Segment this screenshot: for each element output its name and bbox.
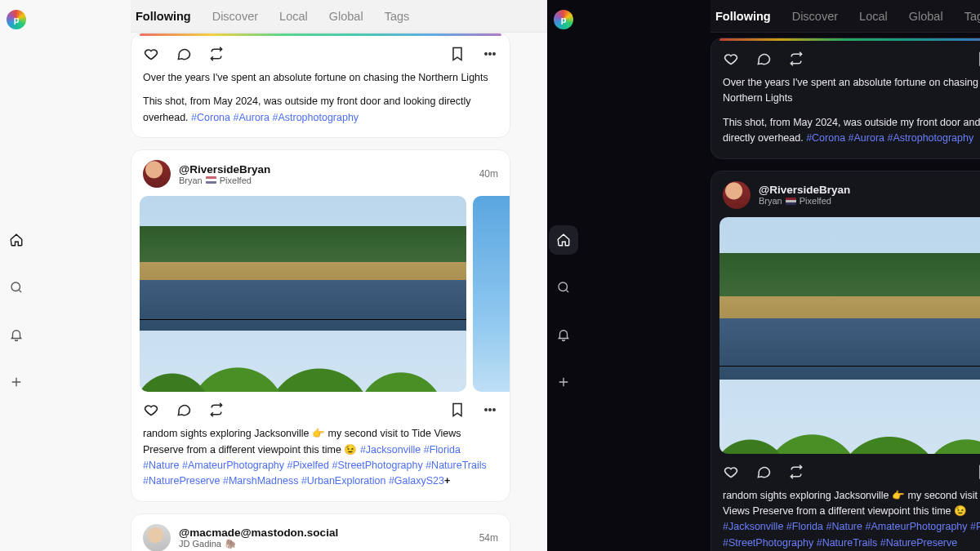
avatar[interactable] bbox=[143, 160, 171, 188]
post-aurora-card: Over the years I've spent an absolute fo… bbox=[710, 38, 980, 159]
hashtag[interactable]: #Nature bbox=[143, 460, 179, 471]
tab-local[interactable]: Local bbox=[859, 10, 888, 23]
hashtag[interactable]: #Florida bbox=[424, 444, 461, 455]
tab-discover[interactable]: Discover bbox=[212, 10, 258, 23]
home-icon bbox=[556, 233, 571, 247]
post-actions bbox=[131, 392, 510, 426]
avatar[interactable] bbox=[143, 524, 171, 551]
post-photo[interactable] bbox=[140, 196, 466, 392]
feed-tabs: Following Discover Local Global Tags bbox=[710, 0, 980, 33]
home-icon bbox=[9, 233, 24, 247]
tab-following[interactable]: Following bbox=[136, 10, 191, 23]
hashtag[interactable]: #NaturePreserve bbox=[880, 537, 958, 549]
post-caption: Over the years I've spent an absolute fo… bbox=[711, 75, 980, 158]
hashtag[interactable]: #Nature bbox=[826, 521, 862, 532]
tab-tags[interactable]: Tags bbox=[385, 10, 410, 23]
hashtag[interactable]: #Corona bbox=[806, 132, 845, 144]
like-icon[interactable] bbox=[143, 402, 159, 418]
hashtag[interactable]: #StreetPhotography bbox=[723, 537, 813, 549]
tab-discover[interactable]: Discover bbox=[792, 10, 838, 23]
nav-compose[interactable] bbox=[2, 367, 31, 397]
tab-tags[interactable]: Tags bbox=[964, 10, 980, 23]
hashtag[interactable]: #NatureTrails bbox=[425, 460, 487, 471]
hashtag[interactable]: #AmateurPhotography bbox=[865, 521, 967, 532]
bell-icon bbox=[9, 327, 24, 342]
feed-tabs: Following Discover Local Global Tags bbox=[131, 0, 547, 33]
hashtag[interactable]: #MarshMadness bbox=[223, 475, 298, 487]
app-logo[interactable]: p bbox=[554, 10, 573, 29]
comment-icon[interactable] bbox=[176, 46, 192, 62]
nav-home[interactable] bbox=[549, 225, 578, 255]
light-theme-pane: p Following Discover Local Global Tags bbox=[0, 0, 547, 551]
more-icon[interactable] bbox=[482, 402, 498, 418]
hashtag[interactable]: #Aurora bbox=[234, 112, 270, 123]
hashtag[interactable]: #Corona bbox=[191, 112, 230, 123]
hashtag[interactable]: #NatureTrails bbox=[817, 537, 878, 549]
hashtag[interactable]: #StreetPhotography bbox=[332, 460, 422, 471]
hashtag[interactable]: #Florida bbox=[786, 521, 823, 532]
search-icon bbox=[556, 280, 571, 295]
avatar[interactable] bbox=[723, 181, 751, 209]
like-icon[interactable] bbox=[723, 51, 739, 67]
comment-icon[interactable] bbox=[755, 464, 772, 480]
post-handle[interactable]: @macmade@mastodon.social bbox=[179, 527, 338, 539]
tab-local[interactable]: Local bbox=[279, 10, 308, 23]
comment-icon[interactable] bbox=[755, 51, 772, 67]
nav-compose[interactable] bbox=[549, 367, 578, 397]
hashtag[interactable]: #Astrophotography bbox=[888, 132, 974, 144]
nav-home[interactable] bbox=[2, 225, 31, 255]
svg-point-0 bbox=[11, 282, 20, 291]
post-photo-next[interactable] bbox=[473, 196, 510, 392]
timestamp: 54m bbox=[479, 532, 498, 544]
caption-line: Over the years I've spent an absolute fo… bbox=[723, 75, 980, 107]
post-header: @RiversideBryan Bryan Pixelfed 40m bbox=[131, 150, 510, 196]
repost-icon[interactable] bbox=[788, 51, 804, 67]
post-caption: Over the years I've spent an absolute fo… bbox=[131, 70, 510, 137]
bookmark-icon[interactable] bbox=[449, 46, 466, 62]
hashtag[interactable]: #Jacksonville bbox=[360, 444, 421, 455]
sidebar-nav bbox=[549, 225, 578, 397]
hashtag[interactable]: #Pixelfed bbox=[287, 460, 329, 471]
nav-search[interactable] bbox=[549, 273, 578, 302]
nav-search[interactable] bbox=[2, 273, 31, 302]
hashtag[interactable]: #Pixelfed bbox=[970, 521, 980, 532]
search-icon bbox=[9, 280, 24, 295]
bookmark-icon[interactable] bbox=[976, 51, 980, 67]
post-aurora-card: Over the years I've spent an absolute fo… bbox=[131, 33, 510, 138]
hashtag[interactable]: #UrbanExploration bbox=[301, 475, 386, 487]
hashtag-more[interactable]: + bbox=[444, 475, 450, 487]
hashtag[interactable]: #AmateurPhotography bbox=[182, 460, 284, 471]
repost-icon[interactable] bbox=[208, 46, 225, 62]
hashtag[interactable]: #Aurora bbox=[849, 132, 884, 144]
comment-icon[interactable] bbox=[176, 402, 192, 418]
post-photo[interactable] bbox=[719, 217, 980, 454]
nav-notifications[interactable] bbox=[2, 320, 31, 349]
sidebar-rail: p bbox=[547, 0, 580, 551]
nav-notifications[interactable] bbox=[549, 320, 578, 349]
tab-global[interactable]: Global bbox=[329, 10, 363, 23]
repost-icon[interactable] bbox=[208, 402, 225, 418]
post-handle[interactable]: @RiversideBryan bbox=[759, 184, 850, 196]
hashtag[interactable]: #GalaxyS23 bbox=[389, 475, 444, 487]
app-logo[interactable]: p bbox=[7, 10, 26, 29]
svg-point-7 bbox=[559, 282, 568, 291]
post-header: @RiversideBryan Bryan Pixelfed 40m bbox=[711, 171, 980, 217]
bookmark-icon[interactable] bbox=[976, 464, 980, 480]
post-handle[interactable]: @RiversideBryan bbox=[179, 163, 270, 176]
post-caption: random sights exploring Jacksonville 👉 m… bbox=[711, 488, 980, 552]
hashtag[interactable]: #Jacksonville bbox=[723, 521, 783, 532]
tab-global[interactable]: Global bbox=[909, 10, 943, 23]
svg-point-1 bbox=[485, 53, 487, 55]
like-icon[interactable] bbox=[143, 46, 159, 62]
hashtag[interactable]: #Astrophotography bbox=[272, 112, 359, 123]
like-icon[interactable] bbox=[723, 464, 739, 480]
repost-icon[interactable] bbox=[788, 464, 804, 480]
tab-following[interactable]: Following bbox=[715, 10, 771, 23]
svg-point-6 bbox=[493, 409, 495, 411]
plus-icon bbox=[556, 375, 571, 389]
more-icon[interactable] bbox=[482, 46, 498, 62]
post-image-placeholder bbox=[719, 38, 980, 41]
bookmark-icon[interactable] bbox=[449, 402, 466, 418]
hashtag[interactable]: #NaturePreserve bbox=[143, 475, 220, 487]
post-subhandle: JD Gadina🦣 bbox=[179, 539, 338, 549]
